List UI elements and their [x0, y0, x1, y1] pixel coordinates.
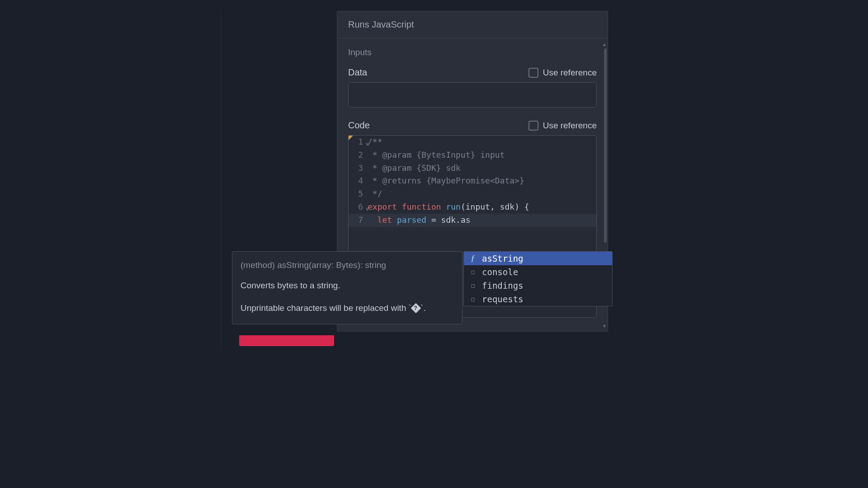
data-input[interactable] — [348, 82, 597, 108]
module-icon: □ — [469, 282, 476, 289]
data-use-reference-group: Use reference — [528, 68, 597, 78]
fold-caret-icon[interactable]: v — [366, 141, 368, 148]
code-line[interactable]: 5 */ — [349, 188, 596, 201]
code-line[interactable]: 3 * @param {SDK} sdk — [349, 162, 596, 175]
tooltip-note: Unprintable characters will be replaced … — [241, 302, 454, 315]
autocomplete-item[interactable]: □console — [464, 265, 612, 279]
method-icon: ƒ — [469, 253, 476, 263]
code-use-reference-checkbox[interactable] — [528, 121, 538, 131]
module-icon: □ — [469, 296, 476, 302]
module-icon: □ — [469, 269, 476, 275]
gutter-line-number: 3 — [349, 162, 368, 175]
code-content[interactable]: */ — [368, 188, 382, 201]
autocomplete-label: asString — [482, 253, 524, 263]
inputs-heading: Inputs — [348, 47, 597, 57]
code-content[interactable]: /** — [368, 136, 382, 149]
signature-tooltip: (method) asString(array: Bytes): string … — [232, 251, 462, 324]
data-use-reference-checkbox[interactable] — [528, 68, 538, 78]
panel-title: Runs JavaScript — [337, 11, 608, 38]
gutter-line-number: 4 — [349, 174, 368, 188]
gutter-line-number: 1v — [349, 136, 368, 149]
gutter-line-number: 6v — [349, 201, 368, 214]
code-line[interactable]: 6vexport function run(input, sdk) { — [349, 201, 596, 214]
code-content[interactable]: * @param {BytesInput} input — [368, 149, 505, 162]
code-line[interactable]: 2 * @param {BytesInput} input — [349, 149, 596, 162]
code-content[interactable]: * @returns {MaybePromise<Data>} — [368, 174, 524, 188]
autocomplete-item[interactable]: □findings — [464, 279, 612, 292]
scroll-down-indicator: ▼ — [602, 324, 607, 328]
code-content[interactable]: * @param {SDK} sdk — [368, 162, 461, 175]
autocomplete-label: requests — [482, 294, 524, 304]
code-label: Code — [348, 120, 370, 131]
code-use-reference-label: Use reference — [543, 121, 597, 131]
code-content[interactable]: let parsed = sdk.as — [368, 214, 471, 227]
code-line[interactable]: 7 let parsed = sdk.as — [349, 214, 596, 227]
code-use-reference-group: Use reference — [528, 121, 597, 131]
data-field-row: Data Use reference — [348, 67, 597, 78]
autocomplete-popup[interactable]: ƒasString□console□findings□requests — [463, 251, 613, 306]
data-label: Data — [348, 67, 367, 78]
tooltip-signature: (method) asString(array: Bytes): string — [241, 259, 454, 272]
gutter-line-number: 2 — [349, 149, 368, 162]
fold-caret-icon[interactable]: v — [366, 206, 368, 213]
autocomplete-label: findings — [482, 281, 524, 291]
code-field-row: Code Use reference — [348, 120, 597, 131]
autocomplete-item[interactable]: ƒasString — [464, 252, 612, 265]
left-pane-edge — [218, 11, 222, 351]
code-content[interactable]: export function run(input, sdk) { — [368, 201, 529, 214]
code-line[interactable]: 4 * @returns {MaybePromise<Data>} — [349, 174, 596, 188]
code-line[interactable]: 1v/** — [349, 136, 596, 149]
gutter-line-number: 7 — [349, 214, 368, 227]
action-button[interactable] — [239, 335, 334, 346]
data-use-reference-label: Use reference — [543, 68, 597, 78]
autocomplete-item[interactable]: □requests — [464, 292, 612, 306]
tooltip-description: Converts bytes to a string. — [241, 279, 454, 292]
gutter-line-number: 5 — [349, 188, 368, 201]
autocomplete-label: console — [482, 267, 518, 277]
replacement-char-icon — [411, 303, 421, 314]
